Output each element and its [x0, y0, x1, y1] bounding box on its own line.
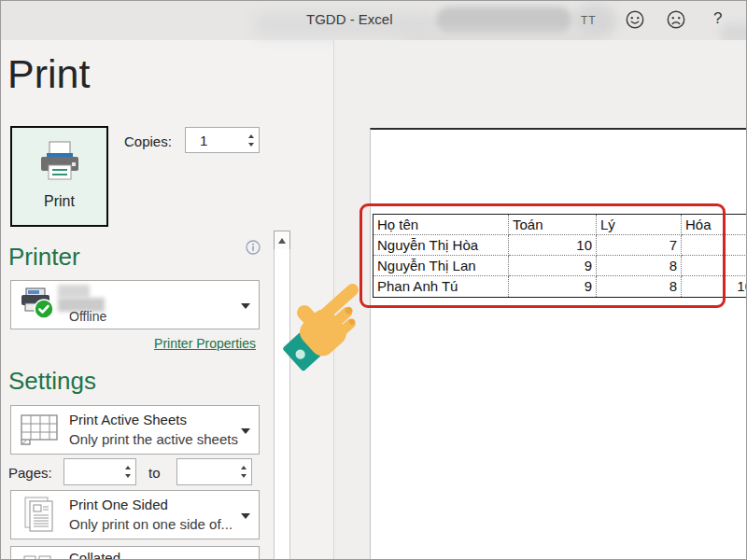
print-button-label: Print: [12, 193, 106, 210]
printer-selector-dropdown[interactable]: Offline: [10, 280, 260, 329]
printer-icon: [37, 141, 82, 182]
help-icon[interactable]: ?: [713, 9, 722, 28]
pages-to-spinner[interactable]: [235, 459, 251, 484]
collated-pages-icon: [22, 554, 58, 560]
pages-from-spinner[interactable]: [120, 459, 135, 484]
one-sided-page-icon: [22, 496, 58, 535]
pages-from-input[interactable]: [64, 459, 120, 484]
print-what-label: Print Active Sheets: [69, 412, 187, 427]
pages-to-stepper: [176, 458, 252, 485]
highlight-annotation-box: [359, 203, 726, 308]
window-title: TGDD - Excel: [306, 11, 393, 27]
pages-label: Pages:: [8, 465, 52, 481]
copies-stepper: [185, 127, 260, 153]
scrollbar-up-button[interactable]: [274, 231, 290, 250]
pointing-hand-icon: [277, 272, 382, 376]
printer-section-heading: Printer: [8, 243, 80, 272]
print-button[interactable]: Print: [10, 126, 108, 227]
active-sheets-icon: [18, 413, 61, 450]
redacted-printer-name: [58, 285, 90, 298]
spin-down-icon[interactable]: [125, 474, 131, 478]
printer-properties-link[interactable]: Printer Properties: [10, 336, 256, 351]
scroll-up-icon: [278, 238, 286, 244]
pages-to-label: to: [148, 465, 161, 481]
settings-section-heading: Settings: [8, 367, 96, 396]
title-bar: TGDD - Excel TT ?: [1, 1, 747, 40]
printer-status: Offline: [69, 309, 106, 324]
chevron-down-icon: [241, 303, 250, 309]
info-icon[interactable]: [246, 240, 261, 259]
spin-up-icon[interactable]: [241, 466, 247, 469]
copies-input[interactable]: [186, 128, 243, 152]
copies-label: Copies:: [124, 133, 172, 149]
pages-to-input[interactable]: [177, 459, 235, 484]
chevron-down-icon: [241, 513, 250, 519]
printer-device-icon: [20, 286, 55, 321]
frowny-face-icon[interactable]: [666, 9, 686, 34]
duplex-dropdown[interactable]: Print One Sided Only print on one side o…: [10, 490, 260, 539]
pages-from-stepper: [63, 458, 136, 485]
smiley-face-icon[interactable]: [625, 9, 645, 34]
user-initials-badge[interactable]: TT: [581, 14, 597, 27]
spin-down-icon[interactable]: [241, 474, 247, 478]
duplex-description: Only print on one side of...: [69, 516, 233, 532]
spin-down-icon[interactable]: [248, 143, 254, 147]
print-what-dropdown[interactable]: Print Active Sheets Only print the activ…: [10, 405, 260, 455]
collation-dropdown[interactable]: Collated: [10, 546, 260, 560]
print-what-description: Only print the active sheets: [69, 431, 238, 447]
spin-up-icon[interactable]: [125, 466, 131, 469]
redacted-blur: [436, 7, 572, 35]
copies-spinner[interactable]: [243, 128, 259, 152]
spin-up-icon[interactable]: [248, 134, 254, 138]
excel-print-backstage: TGDD - Excel TT ? Print Print Copies:: [0, 0, 747, 560]
page-title: Print: [7, 51, 90, 97]
print-preview-page: [370, 128, 747, 560]
duplex-label: Print One Sided: [69, 497, 168, 512]
chevron-down-icon: [241, 428, 250, 434]
collation-label: Collated: [69, 550, 120, 560]
